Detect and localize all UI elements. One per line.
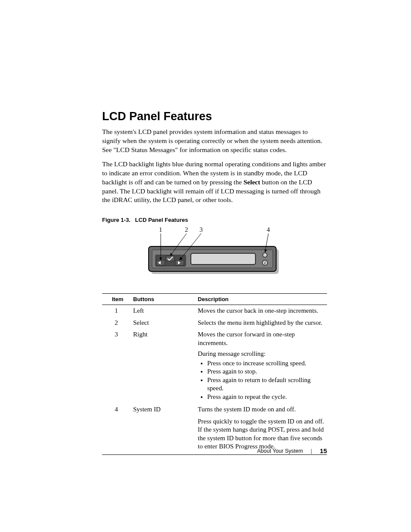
cell-item: 1: [102, 305, 133, 317]
lcd-screen: [191, 253, 255, 264]
table-row: 4 System ID Turns the system ID mode on …: [102, 404, 327, 416]
footer-section: About Your System: [257, 448, 303, 454]
row3-desc: Moves the cursor forward in one-step inc…: [198, 330, 324, 347]
cell-desc: Moves the cursor forward in one-step inc…: [198, 329, 327, 404]
footer-page-number: 15: [320, 447, 327, 454]
lcd-features-table: Item Buttons Description 1 Left Moves th…: [102, 293, 327, 455]
p2-bold-select: Select: [243, 178, 260, 186]
intro-paragraph-1: The system's LCD panel provides system i…: [102, 128, 327, 155]
footer-separator: |: [311, 448, 312, 454]
figure-number: Figure 1-3.: [102, 217, 131, 223]
lcd-panel-svg: 1 2 3 4 i: [148, 227, 281, 276]
row3-scrolling-heading: During message scrolling:: [198, 350, 324, 358]
cell-button: Select: [133, 317, 198, 329]
cell-item: 3: [102, 329, 133, 404]
info-icon-i: i: [265, 261, 266, 265]
callout-2: 2: [185, 227, 188, 233]
callout-1: 1: [159, 227, 162, 233]
cell-item: 2: [102, 317, 133, 329]
list-item: Press again to return to default scrolli…: [207, 376, 324, 393]
select-button: [166, 256, 174, 261]
system-id-button: [263, 253, 267, 257]
section-heading: LCD Panel Features: [102, 110, 327, 123]
cell-item: 4: [102, 404, 133, 416]
th-item: Item: [102, 294, 133, 305]
list-item: Press again to stop.: [207, 367, 324, 376]
intro-paragraph-2: The LCD backlight lights blue during nor…: [102, 160, 327, 205]
lcd-panel-diagram: 1 2 3 4 i: [102, 227, 327, 276]
table-row: 2 Select Selects the menu item highlight…: [102, 317, 327, 329]
callout-3: 3: [199, 227, 203, 233]
figure-title: LCD Panel Features: [135, 217, 188, 223]
callout-4: 4: [267, 227, 270, 233]
cell-desc: Moves the cursor back in one-step increm…: [198, 305, 327, 317]
cell-desc: Selects the menu item highlighted by the…: [198, 317, 327, 329]
th-buttons: Buttons: [133, 294, 198, 305]
th-description: Description: [198, 294, 327, 305]
list-item: Press again to repeat the cycle.: [207, 393, 324, 401]
cell-button: System ID: [133, 404, 198, 416]
page-footer: About Your System | 15: [257, 447, 327, 454]
cell-button: Left: [133, 305, 198, 317]
list-item: Press once to increase scrolling speed.: [207, 359, 324, 368]
table-row: 3 Right Moves the cursor forward in one-…: [102, 329, 327, 404]
cell-desc: Turns the system ID mode on and off.: [198, 404, 327, 416]
cell-button: Right: [133, 329, 198, 404]
table-row: 1 Left Moves the cursor back in one-step…: [102, 305, 327, 317]
row3-bullets: Press once to increase scrolling speed. …: [198, 359, 324, 401]
figure-caption: Figure 1-3. LCD Panel Features: [102, 217, 327, 223]
